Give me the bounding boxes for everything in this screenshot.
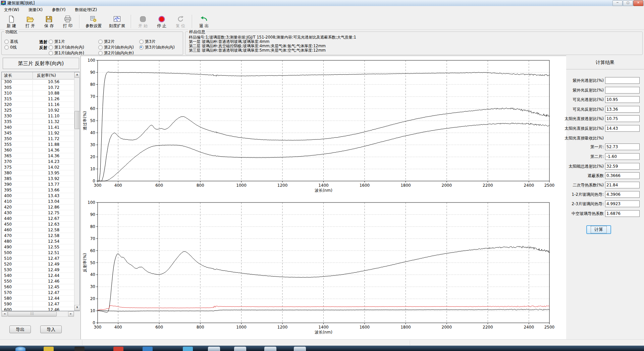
menu-item-1[interactable]: 测量(X): [25, 6, 46, 14]
table-row[interactable]: 56012.45: [2, 284, 74, 290]
result-value-shading-coefficient[interactable]: 0.3666: [605, 172, 640, 179]
table-row[interactable]: 36014.36: [2, 148, 74, 153]
table-row[interactable]: 31010.88: [2, 91, 74, 96]
radio-第3片[interactable]: 第3片: [139, 39, 156, 44]
table-row[interactable]: 35011.72: [2, 136, 74, 142]
result-value-uv-transmittance[interactable]: [605, 77, 640, 84]
scroll-right-icon[interactable]: ►: [68, 311, 74, 316]
table-row[interactable]: 53012.49: [2, 267, 74, 273]
table-row[interactable]: 60012.46: [2, 307, 74, 311]
table-vscrollbar[interactable]: ▲ ▼: [74, 72, 79, 311]
radio-第2片[interactable]: 第2片: [98, 39, 115, 44]
result-value-visible-transmittance[interactable]: 10.95: [605, 96, 640, 103]
hscroll-thumb[interactable]: |||: [8, 311, 57, 316]
radio-0线[interactable]: 0线: [4, 45, 17, 50]
table-row[interactable]: 44012.67: [2, 216, 74, 222]
open-button[interactable]: 打 开: [22, 14, 38, 29]
taskbar-icon-window[interactable]: [234, 347, 246, 351]
table-row[interactable]: 58012.44: [2, 296, 74, 301]
table-row[interactable]: 49012.55: [2, 244, 74, 250]
import-button[interactable]: 导入: [40, 326, 62, 333]
table-row[interactable]: 47012.58: [2, 233, 74, 239]
table-row[interactable]: 51012.47: [2, 256, 74, 261]
table-row[interactable]: 40013.43: [2, 193, 74, 199]
menu-item-2[interactable]: 参数(Y): [49, 6, 69, 14]
taskbar-icon-app[interactable]: [74, 347, 85, 351]
radio-第1片(由外向内)[interactable]: 第1片(由外向内): [49, 45, 84, 50]
taskbar-icon-window[interactable]: [264, 347, 276, 351]
table-row[interactable]: 45012.63: [2, 222, 74, 227]
table-row[interactable]: 35511.88: [2, 142, 74, 148]
table-row[interactable]: 34011.41: [2, 125, 74, 130]
table-row[interactable]: 33511.32: [2, 119, 74, 125]
result-value-total-solar-transmittance[interactable]: 32.59: [605, 163, 640, 170]
result-value-conductance-1-2[interactable]: 4.3906: [605, 191, 640, 198]
close-button[interactable]: ✕: [633, 0, 643, 6]
radio-第1片[interactable]: 第1片: [49, 39, 65, 44]
taskbar-icon-app[interactable]: [113, 347, 123, 351]
vscroll-thumb[interactable]: [74, 111, 80, 129]
table-row[interactable]: 46012.58: [2, 227, 74, 233]
table-row[interactable]: 39513.66: [2, 187, 74, 193]
taskbar-icon-window[interactable]: [294, 347, 306, 351]
scroll-up-icon[interactable]: ▲: [74, 72, 80, 78]
table-row[interactable]: 54012.44: [2, 273, 74, 279]
table-row[interactable]: 43012.75: [2, 210, 74, 216]
table-row[interactable]: 33011.10: [2, 113, 74, 119]
table-hscrollbar[interactable]: ◄ ||| ►: [1, 311, 74, 317]
radio-第3片(由外向内)[interactable]: 第3片(由外向内): [139, 45, 175, 50]
menu-item-3[interactable]: 数据处理(Z): [72, 6, 101, 14]
exit-button[interactable]: 退 出: [196, 14, 212, 29]
table-row[interactable]: 31511.26: [2, 96, 74, 102]
table-row[interactable]: 55012.46: [2, 279, 74, 284]
table-row[interactable]: 38013.95: [2, 170, 74, 176]
table-row[interactable]: 32011.16: [2, 102, 74, 108]
table-row[interactable]: 30010.56: [2, 79, 74, 85]
result-value-secondary-heat-transfer[interactable]: 21.84: [605, 182, 640, 188]
scroll-left-icon[interactable]: ◄: [2, 311, 7, 316]
table-row[interactable]: 34511.92: [2, 130, 74, 136]
taskbar-icon-window[interactable]: [208, 347, 220, 351]
calculate-button[interactable]: 计算: [586, 225, 611, 234]
export-button[interactable]: 导出: [9, 326, 31, 333]
table-row[interactable]: 39013.77: [2, 182, 74, 187]
table-row[interactable]: 41013.04: [2, 199, 74, 204]
result-value-conductance-2-3[interactable]: 4.9923: [605, 200, 640, 207]
menu-item-0[interactable]: 文件(W): [1, 6, 22, 14]
table-row[interactable]: 32510.92: [2, 108, 74, 113]
param-settings-button[interactable]: 参数设置: [84, 14, 104, 29]
taskbar-icon-start-orb[interactable]: [15, 347, 25, 351]
result-value-igu-u-value[interactable]: 1.6876: [605, 210, 640, 217]
table-row[interactable]: 30510.72: [2, 85, 74, 91]
result-value-visible-reflectance[interactable]: 13.36: [605, 106, 640, 113]
radio-第2片(由外向内)[interactable]: 第2片(由外向内): [98, 45, 134, 50]
new-button[interactable]: 新 建: [4, 14, 19, 29]
table-row[interactable]: 37014.23: [2, 159, 74, 165]
print-button[interactable]: 打 印: [60, 14, 75, 29]
maximize-button[interactable]: ▢: [623, 0, 633, 6]
save-button[interactable]: 保 存: [41, 14, 57, 29]
taskbar-icon-app[interactable]: [143, 347, 153, 351]
taskbar-icon-app[interactable]: [183, 347, 193, 351]
table-row[interactable]: 37514.02: [2, 165, 74, 170]
taskbar[interactable]: [0, 346, 644, 351]
table-row[interactable]: 57012.47: [2, 290, 74, 296]
radio-基线[interactable]: 基线: [4, 39, 18, 44]
radio-第1片(由内向外)[interactable]: 第1片(由内向外): [49, 51, 84, 55]
table-row[interactable]: 48012.54: [2, 239, 74, 244]
table-row[interactable]: 36514.36: [2, 153, 74, 159]
table-row[interactable]: 38513.92: [2, 176, 74, 182]
result-value-solar-direct-reflectance[interactable]: 14.43: [605, 125, 640, 132]
result-value-pane2-absorptance[interactable]: -1.60: [605, 153, 640, 160]
stop-button[interactable]: 停 止: [154, 14, 169, 29]
result-value-uv-reflectance[interactable]: [605, 87, 640, 94]
table-row[interactable]: 59012.47: [2, 301, 74, 307]
minimize-button[interactable]: ─: [612, 0, 623, 6]
table-row[interactable]: 52012.49: [2, 261, 74, 267]
table-row[interactable]: 50012.51: [2, 250, 74, 256]
scroll-down-icon[interactable]: ▼: [74, 305, 80, 311]
result-value-solar-direct-transmittance[interactable]: 10.75: [605, 115, 640, 122]
table-row[interactable]: 42012.86: [2, 204, 74, 210]
taskbar-icon-app[interactable]: [44, 347, 54, 351]
radio-第2片(由内向外)[interactable]: 第2片(由内向外): [98, 51, 134, 55]
